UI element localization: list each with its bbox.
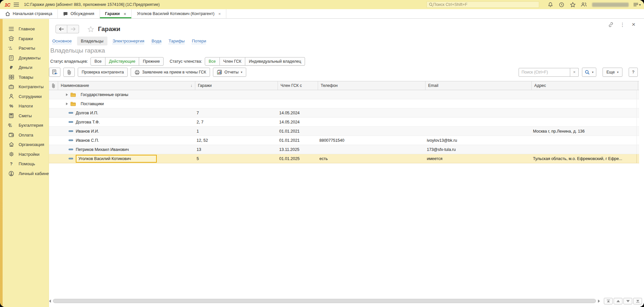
sidebar-item-documents[interactable]: Документы [3, 53, 49, 63]
item-marker-icon [69, 121, 73, 123]
favorites-star-icon[interactable] [570, 1, 576, 8]
global-search-input[interactable] [433, 2, 537, 7]
scroll-left-icon[interactable] [49, 299, 51, 303]
table-row-item[interactable]: Иванов И.И. 1 01.01.2021 Москва г, пр.Ле… [49, 127, 639, 136]
help-button[interactable]: ? [629, 68, 638, 77]
report-icon [217, 70, 222, 75]
nav-link-losses[interactable]: Потери [190, 37, 208, 45]
reports-button[interactable]: Отчеты ▾ [213, 68, 246, 77]
tab-close-icon[interactable]: × [124, 11, 126, 16]
titlebar: 1С 1С:Гаражи демо [абонент 883, приложен… [0, 0, 644, 9]
go-last-row-button[interactable] [633, 298, 642, 304]
back-button[interactable] [56, 25, 67, 33]
command-bar-right: × ▾ Еще ▾ ? [519, 68, 641, 77]
owners-status-active[interactable]: Действующие [105, 57, 139, 66]
tab-garages[interactable]: Гаражи × [100, 9, 132, 18]
membership-all[interactable]: Все [205, 57, 220, 66]
row-name-cell: Поставщики [57, 99, 194, 108]
expand-arrow-icon[interactable] [66, 93, 68, 96]
nav-link-water[interactable]: Вода [150, 37, 163, 45]
kebab-menu-icon[interactable]: ⋮ [619, 22, 626, 28]
membership-individual-owner[interactable]: Индивидуальный владелец [245, 57, 305, 66]
table-row-group[interactable]: Поставщики [49, 99, 639, 108]
history-icon[interactable] [558, 1, 565, 8]
go-down-row-button[interactable] [623, 298, 632, 304]
check-contractor-button[interactable]: Проверка контрагента [78, 68, 128, 77]
column-header-phone[interactable]: Телефон [318, 81, 426, 90]
nav-link-tariffs[interactable]: Тарифы [167, 37, 186, 45]
folder-icon [70, 102, 76, 106]
sidebar-item-garages[interactable]: Гаражи [3, 34, 49, 44]
membership-application-button[interactable]: Заявление на прием в члены ГСК [131, 68, 210, 77]
nav-link-main[interactable]: Основное [50, 37, 74, 45]
column-header-name[interactable]: Наименование ↓ [58, 81, 195, 90]
attachments-button[interactable] [63, 68, 75, 77]
scrollbar-thumb[interactable] [53, 299, 596, 303]
column-header-email[interactable]: Email [426, 81, 532, 90]
tab-ugolkov-contractor[interactable]: Уголков Василий Котикович (Контрагент) × [132, 9, 226, 18]
go-first-row-button[interactable] [604, 298, 613, 304]
close-form-icon[interactable]: × [630, 21, 637, 28]
attachment-column-header[interactable] [49, 81, 58, 90]
sidebar-item-main[interactable]: Главное [3, 24, 49, 34]
table-row-item[interactable]: Иванов С.П. 12, 52 01.01.2021 8800775154… [49, 136, 639, 145]
search-icon [429, 2, 433, 7]
owners-status-all[interactable]: Все [90, 57, 105, 66]
tab-close-icon[interactable]: × [218, 11, 221, 16]
owners-status-former[interactable]: Прежние [139, 57, 164, 66]
global-search[interactable] [427, 1, 539, 8]
focused-cell[interactable]: Уголков Василий Котикович [76, 155, 157, 163]
sidebar-item-settings[interactable]: Настройки [3, 150, 49, 159]
create-based-on-button[interactable] [49, 68, 60, 77]
search-settings-button[interactable]: ▾ [582, 68, 596, 77]
tab-discussions[interactable]: Обсуждения [58, 9, 100, 18]
left-accent-strip [0, 19, 3, 307]
more-button[interactable]: Еще ▾ [603, 68, 622, 77]
caret-down-icon: ▾ [617, 71, 619, 74]
nav-link-electricity[interactable]: Электроэнергия [111, 37, 146, 45]
table-row-item[interactable]: Долгов И.П. 7 14.05.2024 [49, 108, 639, 118]
row-name-cell: Уголков Василий Котикович [57, 154, 194, 163]
sidebar-item-estimates[interactable]: Сметы [3, 111, 49, 121]
table-row-item[interactable]: Долгова Т.Ф. 2, 7 14.05.2024 [49, 118, 639, 127]
notifications-bell-icon[interactable] [547, 1, 554, 8]
horizontal-scrollbar [49, 298, 642, 304]
favorite-star-icon[interactable] [88, 26, 94, 32]
sidebar-item-goods[interactable]: Товары [3, 73, 49, 82]
column-header-address[interactable]: Адрес [532, 81, 638, 90]
clear-search-icon[interactable]: × [570, 68, 579, 77]
membership-gsk-member[interactable]: Член ГСК [220, 57, 245, 66]
table-row-group[interactable]: Государственные органы [49, 90, 639, 99]
sidebar-item-personal-account[interactable]: Личный кабинет [3, 169, 49, 179]
list-search-input[interactable] [519, 68, 570, 77]
sidebar-item-calculations[interactable]: −×+= Расчеты [3, 43, 49, 53]
scrollbar-track[interactable] [52, 299, 597, 303]
column-header-stub [638, 81, 643, 90]
window-title: 1С:Гаражи демо [абонент 883, приложение … [24, 2, 160, 7]
go-up-row-button[interactable] [614, 298, 622, 304]
hamburger-menu-icon[interactable] [13, 2, 19, 7]
sidebar-item-payment[interactable]: Оплата [3, 130, 49, 140]
user-name-redacted[interactable] [592, 3, 629, 7]
table-row-item-selected[interactable]: Уголков Василий Котикович 5 01.01.2025 е… [49, 154, 639, 163]
tab-home[interactable]: Начальная страница [0, 9, 58, 18]
person-icon [8, 93, 14, 100]
sidebar-item-organization[interactable]: Организация [3, 140, 49, 150]
sidebar-item-help[interactable]: ? Помощь [3, 159, 49, 169]
nav-link-owners[interactable]: Владельцы [77, 37, 107, 45]
column-header-member-since[interactable]: Член ГСК с [278, 81, 318, 90]
column-header-garages[interactable]: Гаражи [195, 81, 278, 90]
sidebar-item-accounting[interactable]: ДтКт Бухгалтерия [3, 121, 49, 130]
service-menu-icon[interactable]: ▾ [633, 3, 641, 7]
printer-icon [135, 70, 140, 75]
sidebar-item-taxes[interactable]: % Налоги [3, 101, 49, 111]
forward-button[interactable] [67, 25, 79, 33]
sidebar-item-contractors[interactable]: Контрагенты [3, 82, 49, 92]
users-icon[interactable] [581, 1, 587, 8]
sidebar-item-employees[interactable]: Сотрудники [3, 92, 49, 102]
table-row-item[interactable]: Петриков Михаил Иванович 13 13.11.2025 1… [49, 145, 639, 154]
get-link-icon[interactable] [608, 22, 615, 27]
scroll-right-icon[interactable] [598, 299, 600, 303]
expand-arrow-icon[interactable] [66, 103, 68, 105]
sidebar-item-money[interactable]: ₽ Деньги [3, 63, 49, 73]
